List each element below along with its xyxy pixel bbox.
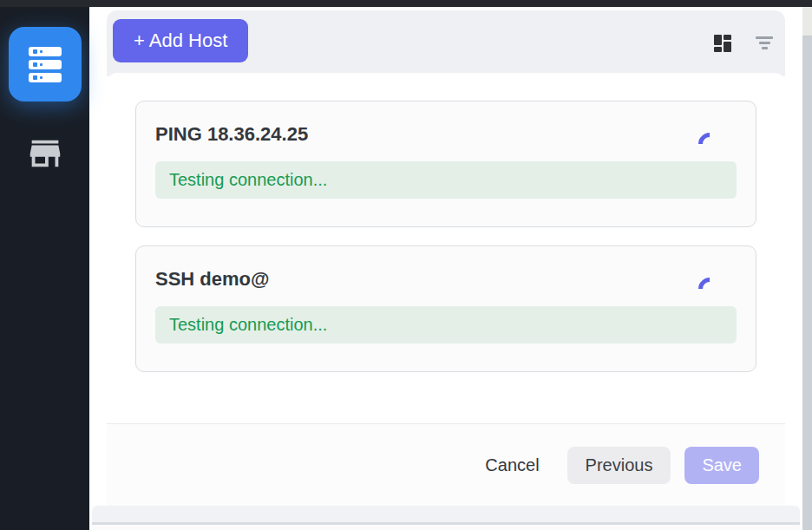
add-host-button[interactable]: + Add Host	[113, 19, 248, 62]
status-badge: Testing connection...	[155, 161, 737, 199]
sidebar-item-store[interactable]	[25, 134, 65, 173]
next-panel-surface	[92, 525, 800, 530]
store-icon	[25, 134, 65, 173]
toolbar-icon-group	[714, 10, 773, 76]
modal-toolbar: + Add Host	[107, 10, 785, 76]
host-test-panel: PING 18.36.24.25 Testing connection... S…	[107, 73, 785, 423]
sidebar	[0, 7, 89, 530]
sidebar-item-hosts[interactable]	[9, 27, 82, 101]
cancel-button[interactable]: Cancel	[473, 447, 551, 484]
status-badge: Testing connection...	[155, 306, 737, 344]
filter-icon[interactable]	[756, 36, 773, 50]
top-bar	[0, 0, 812, 7]
modal-footer: Cancel Previous Save	[107, 423, 785, 506]
host-card-title: SSH demo@	[155, 267, 737, 291]
right-edge-strip	[802, 36, 812, 530]
next-panel-edge	[92, 506, 800, 522]
dashboard-icon[interactable]	[714, 35, 731, 52]
host-card-title: PING 18.36.24.25	[155, 122, 737, 147]
right-edge-strip-top	[802, 7, 812, 36]
previous-button[interactable]: Previous	[567, 447, 671, 484]
save-button[interactable]: Save	[684, 447, 759, 484]
host-card-ssh: SSH demo@ Testing connection...	[135, 245, 756, 372]
host-card-ping: PING 18.36.24.25 Testing connection...	[135, 101, 756, 227]
